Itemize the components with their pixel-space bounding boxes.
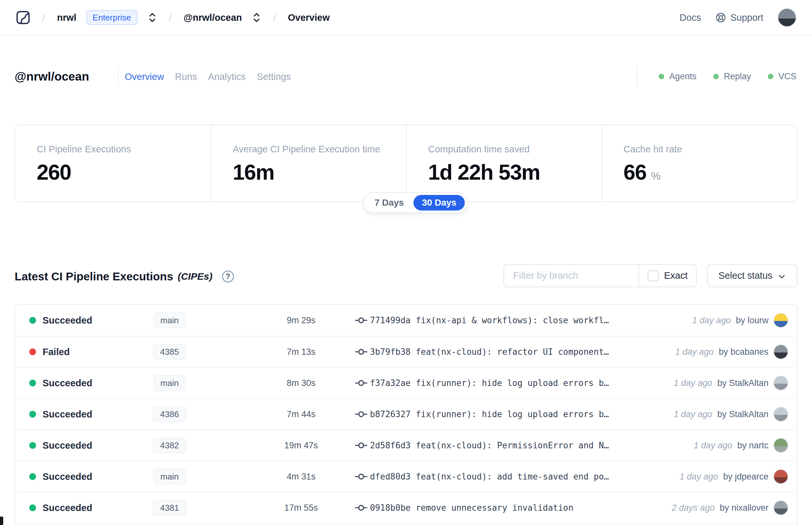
stat-computation-time-saved: Computation time saved 1d 22h 53m — [406, 125, 601, 201]
branch-badge[interactable]: 4381 — [153, 500, 186, 515]
branch-badge[interactable]: 4386 — [153, 406, 186, 422]
branch-badge[interactable]: main — [153, 469, 186, 484]
commit-link[interactable]: b8726327 fix(runner): hide log upload er… — [370, 409, 609, 419]
commit-link[interactable]: 3b79fb38 feat(nx-cloud): refactor UI com… — [370, 347, 609, 357]
status-label: Succeeded — [43, 409, 92, 420]
stat-cache-hit-rate: Cache hit rate 66 % — [601, 125, 797, 201]
tab-runs[interactable]: Runs — [175, 71, 197, 82]
author-name: by nixallover — [720, 503, 768, 513]
bottom-left-artifact — [0, 516, 3, 525]
commit-link[interactable]: 2d58f6d3 feat(nx-cloud): PermissionError… — [370, 440, 609, 450]
timestamp: 1 day ago — [692, 315, 731, 325]
status-dot-icon — [29, 505, 36, 511]
breadcrumb-workspace[interactable]: @nrwl/ocean — [184, 12, 242, 23]
table-row[interactable]: Succeeded 4381 17m 55s 0918b0be remove u… — [15, 492, 797, 523]
branch-badge[interactable]: main — [153, 313, 186, 328]
author-avatar[interactable] — [773, 376, 788, 390]
stat-unit: % — [651, 169, 661, 182]
author-avatar[interactable] — [773, 344, 788, 359]
breadcrumb-page: Overview — [288, 12, 330, 23]
git-commit-icon — [355, 314, 368, 327]
row-meta: 1 day ago by nartc — [694, 440, 768, 451]
nx-logo-icon[interactable] — [16, 10, 31, 25]
row-meta: 1 day ago by jdpearce — [679, 472, 768, 482]
status-dot-icon — [29, 317, 36, 324]
branch-badge[interactable]: 4385 — [153, 344, 186, 360]
docs-link[interactable]: Docs — [679, 12, 701, 23]
stat-average-execution-time: Average CI Pipeline Execution time 16m — [211, 125, 406, 201]
status-label: Failed — [43, 347, 70, 357]
author-avatar[interactable] — [773, 469, 788, 484]
commit-message: feat(nx-cloud): PermissionError and N… — [416, 440, 609, 450]
commit-link[interactable]: 771499da fix(nx-api & workflows): close … — [370, 315, 609, 325]
stat-ci-pipeline-executions: CI Pipeline Executions 260 — [15, 125, 211, 201]
user-avatar[interactable] — [778, 8, 796, 27]
status-dot-icon — [768, 74, 773, 79]
exact-label: Exact — [664, 270, 688, 281]
commit-link[interactable]: dfed80d3 feat(nx-cloud): add time-saved … — [370, 472, 609, 481]
timestamp: 2 days ago — [672, 503, 715, 513]
help-icon[interactable]: ? — [222, 271, 234, 282]
duration-label: 8m 30s — [257, 378, 345, 388]
commit-hash: 2d58f6d3 — [370, 440, 411, 450]
status-dot-icon — [659, 74, 664, 79]
workspace-tabs: Overview Runs Analytics Settings — [125, 71, 291, 82]
commit-hash: 0918b0be — [370, 503, 411, 513]
commit-hash: 3b79fb38 — [370, 347, 411, 357]
service-replay[interactable]: Replay — [713, 72, 751, 81]
table-row[interactable]: Failed 4385 7m 13s 3b79fb38 feat(nx-clou… — [15, 336, 797, 367]
status-label: Succeeded — [43, 440, 92, 451]
status-label: Succeeded — [43, 378, 92, 389]
divider — [118, 66, 119, 86]
author-name: by StalkAltan — [717, 378, 768, 388]
branch-badge[interactable]: 4382 — [153, 438, 186, 453]
tab-analytics[interactable]: Analytics — [208, 71, 246, 82]
timestamp: 1 day ago — [675, 347, 714, 357]
exact-checkbox[interactable] — [648, 270, 659, 281]
table-row[interactable]: Succeeded main 9m 29s 771499da fix(nx-ap… — [15, 305, 797, 336]
table-row[interactable]: Succeeded main 8m 30s f37a32ae fix(runne… — [15, 367, 797, 398]
service-agents[interactable]: Agents — [659, 72, 696, 81]
tab-settings[interactable]: Settings — [257, 71, 291, 82]
stats-card-row: CI Pipeline Executions 260 Average CI Pi… — [15, 124, 797, 202]
status-label: Succeeded — [43, 315, 92, 326]
branch-badge[interactable]: main — [153, 375, 186, 391]
chevron-down-icon — [778, 272, 786, 281]
tab-overview[interactable]: Overview — [125, 71, 164, 82]
commit-message: fix(nx-api & workflows): close workfl… — [416, 315, 609, 325]
status-label: Succeeded — [43, 502, 92, 513]
breadcrumb-separator: / — [167, 11, 174, 24]
org-switcher-chevron-icon[interactable] — [148, 12, 157, 23]
author-avatar[interactable] — [773, 438, 788, 453]
stat-value: 66 — [624, 160, 646, 184]
range-7-days-button[interactable]: 7 Days — [366, 195, 412, 211]
table-row[interactable]: Succeeded 4386 7m 44s b8726327 fix(runne… — [15, 398, 797, 430]
duration-label: 9m 29s — [257, 315, 345, 326]
author-name: by bcabanes — [719, 347, 768, 357]
range-30-days-button[interactable]: 30 Days — [413, 195, 465, 211]
table-row[interactable]: Succeeded 4382 19m 47s 2d58f6d3 feat(nx-… — [15, 430, 797, 461]
commit-link[interactable]: 0918b0be remove unnecessary invalidation — [370, 503, 573, 513]
select-status-dropdown[interactable]: Select status — [707, 264, 797, 287]
author-avatar[interactable] — [773, 500, 788, 515]
branch-filter-input[interactable] — [504, 265, 639, 287]
row-meta: 2 days ago by nixallover — [672, 503, 768, 513]
table-row[interactable]: Succeeded main 4m 31s dfed80d3 feat(nx-c… — [15, 461, 797, 492]
commit-message: fix(runner): hide log upload errors b… — [416, 378, 609, 388]
stat-value: 16m — [233, 160, 274, 184]
author-name: by nartc — [737, 440, 768, 450]
date-range-toggle: 7 Days 30 Days — [363, 192, 468, 213]
commit-link[interactable]: f37a32ae fix(runner): hide log upload er… — [370, 378, 609, 388]
table-row-partial — [15, 523, 797, 525]
author-avatar[interactable] — [773, 313, 788, 328]
git-commit-icon — [355, 501, 368, 514]
plan-badge[interactable]: Enterprise — [86, 10, 138, 25]
author-avatar[interactable] — [773, 407, 788, 422]
status-dot-icon — [29, 380, 36, 387]
support-link[interactable]: Support — [715, 12, 763, 23]
service-vcs[interactable]: VCS — [768, 72, 796, 81]
workspace-switcher-chevron-icon[interactable] — [252, 12, 261, 23]
breadcrumb-org[interactable]: nrwl — [57, 12, 76, 23]
timestamp: 1 day ago — [694, 440, 732, 450]
workspace-title: @nrwl/ocean — [15, 70, 89, 84]
